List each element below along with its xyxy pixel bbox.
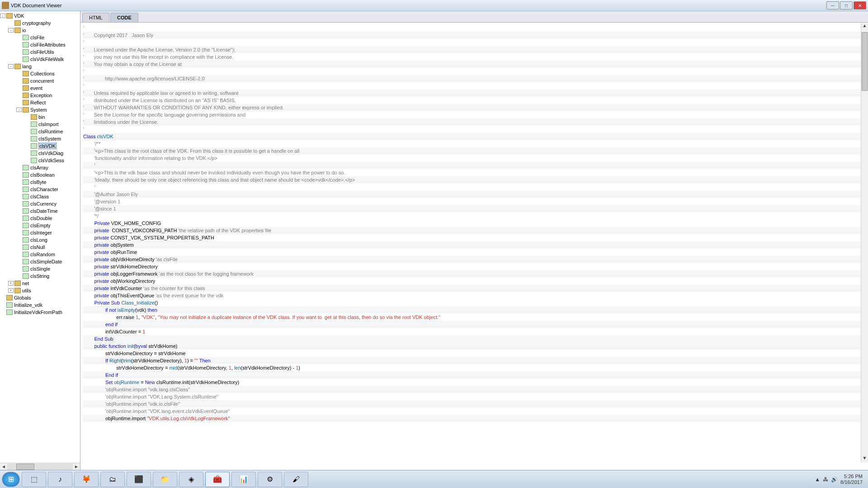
tree-item[interactable]: clsImport [0,121,80,128]
tree-item[interactable]: clsNull [0,244,80,251]
code-line: ' [83,39,865,46]
folder-icon [23,85,29,91]
taskbar-app-button[interactable]: 📁 [153,472,177,487]
tree-item[interactable]: Reflect [0,99,80,106]
code-line: ' WITHOUT WARRANTIES OR CONDITIONS OF AN… [83,104,865,111]
folder-icon [23,100,29,105]
tree-toggle-icon[interactable]: + [8,281,14,286]
tree-hscroll-thumb[interactable] [16,464,34,470]
tree-item[interactable]: clsFile [0,34,80,41]
tree-item-label: clsSimpleDate [30,259,62,264]
tree-toggle-icon[interactable]: - [0,14,5,18]
tree-item[interactable]: event [0,84,80,92]
code-line: strVdkHomeDirectory = mid(strVdkHomeDire… [83,364,865,371]
tray-flag-icon[interactable]: ▲ [815,476,820,483]
tree-item[interactable]: clsByte [0,178,80,186]
maximize-button[interactable]: □ [840,1,853,9]
code-vscroll-thumb[interactable] [862,32,868,91]
taskbar-app-button[interactable]: ⬛ [127,472,151,487]
code-view[interactable]: '' Copyright 2017 Jason Ely'' Licensed u… [80,23,868,470]
tree-item[interactable]: -VDK [0,12,80,19]
system-tray[interactable]: ▲ 🖧 🔊 5:26 PM 8/16/2017 [815,474,866,485]
tray-volume-icon[interactable]: 🔊 [831,476,838,483]
tree-item[interactable]: clsClass [0,193,80,200]
tree-item-label: clsArray [30,165,48,170]
tree-item[interactable]: clsDateTime [0,207,80,215]
tree-item[interactable]: -io [0,27,80,34]
start-button[interactable]: ⊞ [2,472,20,487]
taskbar-app-button[interactable]: ♪ [48,472,72,487]
tree-item[interactable]: +utils [0,287,80,294]
tab-code[interactable]: CODE [110,13,138,22]
tree-item-label: Globals [14,295,31,300]
file-icon [23,266,29,272]
code-line: '@since 1 [83,205,865,212]
tree-item[interactable]: clsCharacter [0,186,80,193]
tree-list[interactable]: -VDKcryptography-ioclsFileclsFileAttribu… [0,11,80,463]
tree-item[interactable]: -System [0,106,80,113]
folder-icon [6,295,13,300]
tree-item[interactable]: clsSimpleDate [0,258,80,265]
folder-icon [31,114,37,120]
tree-item[interactable]: clsVdkSess [0,157,80,164]
tree-item[interactable]: clsSingle [0,265,80,272]
tree-item[interactable]: Collections [0,70,80,77]
tree-item-label: clsImport [38,122,59,127]
tree-pane: -VDKcryptography-ioclsFileclsFileAttribu… [0,11,80,470]
taskbar-app-button[interactable]: 🖌 [284,472,308,487]
scroll-right-icon[interactable]: ► [73,464,80,469]
taskbar-app-button[interactable]: ⬚ [22,472,46,487]
tree-item[interactable]: Initialize_vdk [0,301,80,309]
tree-toggle-icon[interactable]: - [8,64,14,69]
tree-item[interactable]: bin [0,113,80,121]
tree-item[interactable]: Exception [0,92,80,99]
taskbar-clock[interactable]: 5:26 PM 8/16/2017 [840,474,863,485]
code-vscroll[interactable]: ▲ ▼ [861,23,868,463]
tree-item[interactable]: clsString [0,272,80,280]
tree-item-label: clsVdkSess [38,158,64,163]
code-line: 'objRuntime.import "vdk.lang.clsClass" [83,386,865,393]
tree-item[interactable]: clsBoolean [0,171,80,178]
taskbar-app-button[interactable]: 🧰 [205,472,230,487]
tab-html[interactable]: HTML [82,13,109,22]
tree-toggle-icon[interactable]: - [8,28,14,33]
tree-item[interactable]: clsSystem [0,135,80,142]
minimize-button[interactable]: ─ [826,1,839,9]
tree-item[interactable]: clsVDK [0,142,80,150]
file-icon [23,56,29,62]
taskbar-app-button[interactable]: 🦊 [74,472,99,487]
tree-item[interactable]: clsRuntime [0,128,80,135]
scroll-down-icon[interactable]: ▼ [861,455,868,463]
tree-toggle-icon[interactable]: + [8,288,14,293]
file-icon [23,273,29,279]
tree-item[interactable]: clsRandom [0,251,80,258]
tree-item[interactable]: InitializeVdkFromPath [0,309,80,316]
taskbar-app-button[interactable]: 🗂 [100,472,125,487]
tree-item[interactable]: clsFileUtils [0,48,80,56]
tree-item[interactable]: clsEmpty [0,222,80,229]
scroll-left-icon[interactable]: ◄ [0,464,7,469]
tree-item[interactable]: +net [0,280,80,287]
tree-item-label: clsLong [30,237,47,243]
tree-item[interactable]: clsDouble [0,215,80,222]
folder-icon [23,71,29,76]
tree-item[interactable]: clsVdkFileWalk [0,56,80,63]
tree-item[interactable]: cryptography [0,19,80,27]
tree-item[interactable]: clsInteger [0,229,80,236]
tree-item[interactable]: Globals [0,294,80,301]
taskbar-app-button[interactable]: ⚙ [258,472,282,487]
taskbar-app-button[interactable]: 📊 [231,472,256,487]
tree-item[interactable]: -lang [0,63,80,70]
tree-toggle-icon[interactable]: - [16,108,22,112]
tree-hscroll[interactable]: ◄ ► [0,463,80,470]
tree-item[interactable]: clsLong [0,236,80,244]
taskbar-app-button[interactable]: ◈ [179,472,203,487]
tree-item[interactable]: clsVdkDiag [0,150,80,157]
tray-network-icon[interactable]: 🖧 [823,476,828,483]
scroll-up-icon[interactable]: ▲ [861,23,868,30]
tree-item[interactable]: concurrent [0,77,80,84]
tree-item[interactable]: clsCurrency [0,200,80,207]
tree-item[interactable]: clsFileAttributes [0,41,80,48]
close-button[interactable]: ✕ [854,1,866,9]
tree-item[interactable]: clsArray [0,164,80,171]
